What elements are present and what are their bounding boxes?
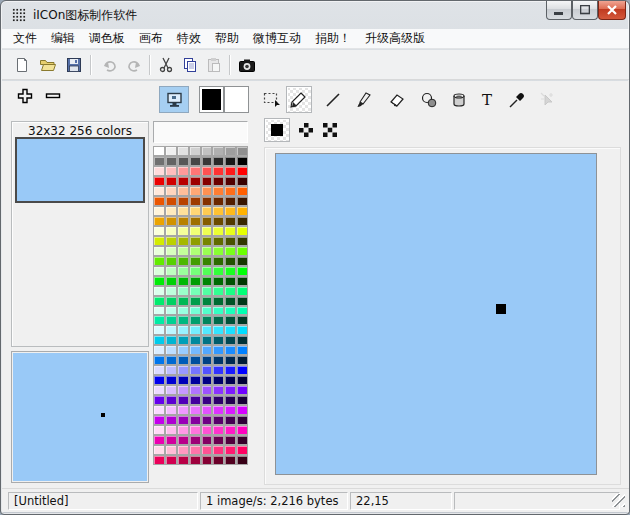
foreground-color-swatch[interactable] xyxy=(199,86,224,113)
menu-item[interactable]: 微博互动 xyxy=(246,28,308,49)
add-frame-button[interactable] xyxy=(16,87,34,105)
palette-swatch[interactable] xyxy=(153,156,165,166)
palette-swatch[interactable] xyxy=(153,146,165,156)
palette-swatch[interactable] xyxy=(201,435,213,445)
palette-swatch[interactable] xyxy=(165,365,177,375)
palette-swatch[interactable] xyxy=(177,415,189,425)
palette-swatch[interactable] xyxy=(165,246,177,256)
palette-swatch[interactable] xyxy=(212,395,224,405)
palette-swatch[interactable] xyxy=(177,325,189,335)
tool-brush[interactable] xyxy=(352,86,378,113)
palette-swatch[interactable] xyxy=(189,395,201,405)
palette-swatch[interactable] xyxy=(224,405,236,415)
palette-swatch[interactable] xyxy=(224,415,236,425)
menu-item[interactable]: 编辑 xyxy=(44,28,82,49)
palette-swatch[interactable] xyxy=(165,455,177,465)
palette-swatch[interactable] xyxy=(189,286,201,296)
palette-swatch[interactable] xyxy=(189,276,201,286)
palette-swatch[interactable] xyxy=(224,156,236,166)
palette-swatch[interactable] xyxy=(224,395,236,405)
palette-swatch[interactable] xyxy=(177,166,189,176)
palette-swatch[interactable] xyxy=(165,325,177,335)
tool-select[interactable] xyxy=(259,86,285,113)
palette-swatch[interactable] xyxy=(224,335,236,345)
palette-swatch[interactable] xyxy=(165,186,177,196)
palette-swatch[interactable] xyxy=(189,365,201,375)
palette-swatch[interactable] xyxy=(224,146,236,156)
palette-swatch[interactable] xyxy=(165,335,177,345)
palette-swatch[interactable] xyxy=(153,266,165,276)
palette-swatch[interactable] xyxy=(189,405,201,415)
palette-swatch[interactable] xyxy=(165,156,177,166)
palette-swatch[interactable] xyxy=(189,176,201,186)
palette-swatch[interactable] xyxy=(212,206,224,216)
palette-swatch[interactable] xyxy=(201,156,213,166)
palette-swatch[interactable] xyxy=(177,276,189,286)
palette-swatch[interactable] xyxy=(236,276,248,286)
palette-swatch[interactable] xyxy=(177,395,189,405)
palette-swatch[interactable] xyxy=(177,425,189,435)
palette-swatch[interactable] xyxy=(153,206,165,216)
palette-swatch[interactable] xyxy=(189,455,201,465)
palette-swatch[interactable] xyxy=(165,256,177,266)
palette-swatch[interactable] xyxy=(212,256,224,266)
palette-swatch[interactable] xyxy=(224,425,236,435)
palette-swatch[interactable] xyxy=(201,425,213,435)
palette-swatch[interactable] xyxy=(236,385,248,395)
palette-swatch[interactable] xyxy=(212,156,224,166)
palette-swatch[interactable] xyxy=(153,286,165,296)
palette-swatch[interactable] xyxy=(165,345,177,355)
palette-swatch[interactable] xyxy=(236,405,248,415)
palette-swatch[interactable] xyxy=(189,435,201,445)
paste-button[interactable] xyxy=(203,54,225,76)
palette-swatch[interactable] xyxy=(153,375,165,385)
background-color-swatch[interactable] xyxy=(224,86,249,113)
palette-swatch[interactable] xyxy=(236,266,248,276)
palette-swatch[interactable] xyxy=(224,196,236,206)
palette-swatch[interactable] xyxy=(177,335,189,345)
palette-swatch[interactable] xyxy=(236,415,248,425)
palette-swatch[interactable] xyxy=(153,315,165,325)
palette-swatch[interactable] xyxy=(201,325,213,335)
palette-swatch[interactable] xyxy=(201,226,213,236)
palette-swatch[interactable] xyxy=(153,395,165,405)
palette-swatch[interactable] xyxy=(212,365,224,375)
palette-swatch[interactable] xyxy=(224,325,236,335)
palette-swatch[interactable] xyxy=(153,256,165,266)
palette-swatch[interactable] xyxy=(236,365,248,375)
pen-shape-x[interactable] xyxy=(318,118,342,142)
palette-swatch[interactable] xyxy=(212,425,224,435)
palette-swatch[interactable] xyxy=(212,146,224,156)
palette-swatch[interactable] xyxy=(224,176,236,186)
palette-swatch[interactable] xyxy=(177,296,189,306)
tool-wand[interactable] xyxy=(534,86,560,113)
palette-swatch[interactable] xyxy=(189,206,201,216)
palette-swatch[interactable] xyxy=(153,196,165,206)
palette-swatch[interactable] xyxy=(177,226,189,236)
palette-swatch[interactable] xyxy=(201,345,213,355)
drawing-canvas[interactable] xyxy=(275,153,597,475)
palette-swatch[interactable] xyxy=(189,256,201,266)
menu-item[interactable]: 调色板 xyxy=(82,28,132,49)
tool-eraser[interactable] xyxy=(384,86,410,113)
tool-pencil[interactable] xyxy=(286,86,312,113)
palette-swatch[interactable] xyxy=(153,415,165,425)
palette-swatch[interactable] xyxy=(189,166,201,176)
palette-swatch[interactable] xyxy=(224,306,236,316)
palette-swatch[interactable] xyxy=(165,395,177,405)
palette-swatch[interactable] xyxy=(236,156,248,166)
palette-swatch[interactable] xyxy=(212,325,224,335)
tool-line[interactable] xyxy=(320,86,346,113)
palette-swatch[interactable] xyxy=(236,286,248,296)
palette-swatch[interactable] xyxy=(236,246,248,256)
palette-swatch[interactable] xyxy=(224,266,236,276)
palette-swatch[interactable] xyxy=(201,296,213,306)
palette-swatch[interactable] xyxy=(165,176,177,186)
copy-button[interactable] xyxy=(179,54,201,76)
palette-swatch[interactable] xyxy=(212,246,224,256)
palette-swatch[interactable] xyxy=(153,355,165,365)
palette-swatch[interactable] xyxy=(212,375,224,385)
palette-swatch[interactable] xyxy=(165,385,177,395)
palette-swatch[interactable] xyxy=(201,276,213,286)
palette-swatch[interactable] xyxy=(153,226,165,236)
